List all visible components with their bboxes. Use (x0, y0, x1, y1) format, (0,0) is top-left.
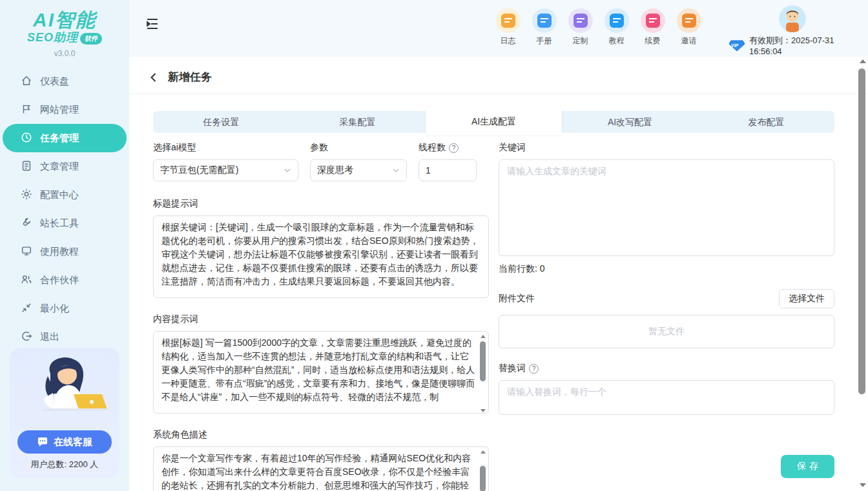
validity-text: 有效期到：2025-07-31 16:56:04 (749, 35, 868, 56)
choose-file-button[interactable]: 选择文件 (779, 289, 834, 308)
page-title: 新增任务 (168, 70, 212, 85)
form-right-column: 关键词 当前行数: 0 附件文件 选择文件 暂无文件 替换词 ? 保存 (499, 142, 834, 478)
scroll-down-icon[interactable] (860, 483, 866, 487)
form-left-column: 选择ai模型 参数 线程数 ? 字节豆包(无需配置) 深度思考 标题提示词 根据… (153, 142, 489, 491)
sidebar-item-label: 退出 (40, 331, 59, 343)
title-prompt-textarea[interactable]: 根据关键词：[关键词]，生成一个吸引眼球的文章标题，作为一个流量营销和标题优化的… (153, 215, 489, 298)
topbar-quick-icons: 日志 手册 定制 教程 续费 邀请 (495, 8, 702, 46)
content-prompt-scrollbar[interactable] (479, 334, 487, 414)
topbar-item-label: 手册 (531, 35, 557, 46)
scroll-down-icon[interactable] (480, 409, 486, 412)
tab-ai-generate-config[interactable]: AI生成配置 (426, 108, 562, 135)
replace-words-label: 替换词 ? (499, 363, 834, 374)
threads-input[interactable] (418, 159, 477, 181)
user-count: 用户总数: 2200 人 (16, 459, 113, 470)
sidebar-item-tools[interactable]: 站长工具 (0, 209, 129, 237)
param-select[interactable]: 深度思考 (310, 159, 407, 181)
partner-icon (21, 274, 32, 287)
topbar-item-custom[interactable]: 定制 (567, 8, 594, 46)
sidebar-item-label: 文章管理 (40, 161, 79, 173)
sidebar-item-articles[interactable]: 文章管理 (0, 152, 129, 181)
sidebar-item-dashboard[interactable]: 仪表盘 (0, 67, 129, 95)
vip-label: VIP (731, 43, 738, 48)
page-scrollbar[interactable] (858, 58, 867, 488)
topbar-item-renew[interactable]: 续费 (639, 8, 666, 46)
keywords-label: 关键词 (499, 142, 834, 154)
minimize-icon (21, 302, 32, 316)
tab-ai-rewrite-config[interactable]: AI改写配置 (562, 111, 698, 133)
page-header: 新增任务 (149, 70, 212, 85)
scroll-up-icon[interactable] (860, 59, 866, 63)
help-icon[interactable]: ? (449, 143, 459, 153)
scrollbar-thumb[interactable] (480, 466, 486, 491)
sidebar-item-label: 任务管理 (40, 132, 79, 145)
line-count: 当前行数: 0 (499, 263, 834, 275)
topbar-item-label: 日志 (495, 35, 521, 46)
tools-icon (21, 217, 32, 230)
sidebar-item-label: 使用教程 (40, 246, 79, 258)
online-support-button[interactable]: 在线客服 (17, 430, 112, 454)
system-role-scrollbar[interactable] (479, 449, 487, 491)
sidebar-menu: 仪表盘 网站管理 任务管理 文章管理 配置中心 站长工具 使用教程 合作伙伴 (0, 67, 129, 351)
dashboard-icon (21, 75, 32, 88)
user-avatar[interactable] (779, 5, 806, 32)
task-icon (21, 132, 32, 145)
sidebar-item-label: 最小化 (40, 303, 69, 315)
topbar-item-manual[interactable]: 手册 (531, 8, 557, 46)
logo-line1: AI智能 (0, 10, 129, 30)
tab-task-settings[interactable]: 任务设置 (153, 111, 289, 133)
topbar-item-tutorial[interactable]: 教程 (603, 8, 630, 46)
save-button[interactable]: 保存 (781, 455, 834, 478)
replace-words-textarea[interactable] (499, 380, 834, 415)
sidebar-item-tasks[interactable]: 任务管理 (3, 124, 127, 152)
support-illustration (19, 354, 110, 424)
sidebar-item-minimize[interactable]: 最小化 (0, 294, 129, 323)
attachment-label: 附件文件 (499, 293, 535, 305)
sidebar-item-sites[interactable]: 网站管理 (0, 95, 129, 124)
topbar-item-log[interactable]: 日志 (495, 8, 521, 46)
sidebar-item-partners[interactable]: 合作伙伴 (0, 266, 129, 294)
back-button[interactable] (149, 72, 159, 83)
ai-model-label: 选择ai模型 (153, 142, 298, 154)
vip-icon: VIP (728, 40, 745, 52)
system-role-textarea[interactable]: 你是一个文章写作专家，有着超过10年的写作经验，精通网站SEO优化和内容创作，你… (153, 446, 489, 491)
site-icon (21, 103, 32, 117)
chevron-down-icon (284, 166, 291, 174)
topbar-item-label: 续费 (639, 35, 666, 46)
system-role-label: 系统角色描述 (153, 429, 489, 441)
topbar-item-invite[interactable]: 邀请 (676, 8, 702, 46)
support-button-label: 在线客服 (54, 436, 92, 448)
ai-model-select[interactable]: 字节豆包(无需配置) (153, 159, 298, 181)
scrollbar-thumb[interactable] (858, 68, 865, 394)
content-prompt-label: 内容提示词 (153, 314, 489, 325)
app-logo: AI智能 SEO助理软件 v3.0.0 (0, 0, 129, 58)
sidebar-item-label: 配置中心 (40, 189, 79, 201)
tab-publish-config[interactable]: 发布配置 (698, 111, 834, 133)
scrollbar-thumb[interactable] (480, 341, 486, 381)
custom-icon (568, 8, 593, 33)
keywords-textarea[interactable] (499, 159, 834, 256)
tab-collect-config[interactable]: 采集配置 (289, 111, 426, 133)
content-prompt-textarea[interactable]: 根据[标题] 写一篇1500到2000字的文章，文章需要注重思维跳跃，避免过度的… (153, 331, 489, 414)
chevron-down-icon (392, 166, 400, 174)
app-version: v3.0.0 (0, 49, 129, 58)
ai-model-value: 字节豆包(无需配置) (160, 165, 238, 176)
topbar-item-label: 邀请 (676, 35, 702, 46)
logo-badge: 软件 (80, 33, 102, 45)
collapse-menu-icon[interactable] (146, 18, 159, 32)
sidebar-item-tutorial[interactable]: 使用教程 (0, 237, 129, 266)
sidebar-item-logout[interactable]: 退出 (0, 323, 129, 351)
threads-label: 线程数 ? (418, 142, 477, 154)
config-icon (21, 188, 32, 202)
sidebar-item-label: 站长工具 (40, 217, 79, 230)
sidebar-item-label: 合作伙伴 (40, 274, 79, 286)
tutorial-icon (604, 8, 629, 33)
help-icon[interactable]: ? (529, 364, 539, 374)
scroll-up-icon[interactable] (480, 335, 486, 338)
sidebar-item-config[interactable]: 配置中心 (0, 181, 129, 209)
scroll-up-icon[interactable] (480, 450, 486, 454)
support-card: 在线客服 用户总数: 2200 人 (10, 348, 119, 478)
sidebar: AI智能 SEO助理软件 v3.0.0 仪表盘 网站管理 任务管理 文章管理 配… (0, 0, 129, 491)
license-validity: VIP 有效期到：2025-07-31 16:56:04 (728, 35, 868, 56)
sidebar-item-label: 仪表盘 (40, 75, 69, 88)
